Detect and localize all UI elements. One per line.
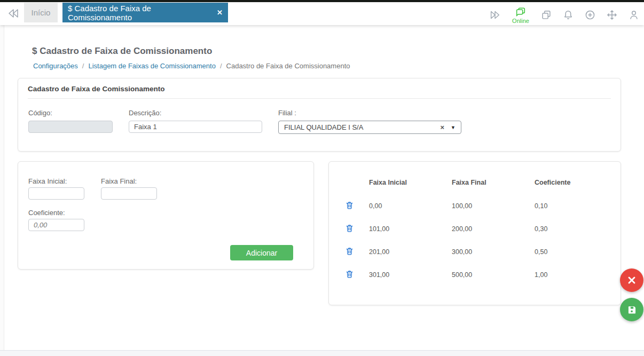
breadcrumb-configuracoes[interactable]: Configurações — [33, 62, 78, 70]
chat-status[interactable]: Online — [511, 6, 530, 24]
cell-coeficiente: 0,30 — [535, 225, 547, 233]
cell-coeficiente: 0,50 — [535, 248, 547, 256]
add-range-button[interactable]: Adicionar — [230, 245, 293, 260]
breadcrumb-separator: / — [82, 62, 84, 70]
codigo-field — [28, 121, 113, 133]
trash-icon[interactable] — [345, 246, 354, 256]
copy-icon[interactable] — [540, 9, 552, 21]
cell-faixa-final: 100,00 — [452, 202, 472, 210]
cancel-button[interactable] — [620, 268, 643, 292]
close-icon — [626, 275, 637, 286]
codigo-label: Código: — [28, 109, 52, 117]
cell-faixa-final: 300,00 — [452, 248, 472, 256]
faixa-inicial-label: Faixa Inicial: — [28, 177, 67, 185]
descricao-label: Descrição: — [129, 109, 161, 117]
tab-cadastro-label: $ Cadastro de Faixa de Comissionamento — [68, 4, 213, 22]
faixa-final-label: Faixa Final: — [101, 177, 137, 185]
double-chevron-left-icon — [7, 7, 20, 20]
cell-faixa-inicial: 201,00 — [369, 248, 389, 256]
plus-circle-icon[interactable] — [584, 9, 596, 21]
tab-inicio[interactable]: Início — [24, 3, 58, 22]
tab-inicio-label: Início — [32, 8, 51, 17]
cell-faixa-inicial: 101,00 — [369, 225, 389, 233]
tab-close-icon[interactable]: ✕ — [217, 9, 223, 17]
breadcrumb: Configurações / Listagem de Faixas de Co… — [33, 62, 350, 70]
cell-faixa-inicial: 0,00 — [369, 202, 382, 210]
chat-icon — [515, 6, 527, 18]
page-title: $ Cadastro de Faixa de Comissionamento — [32, 46, 212, 57]
form-card-title: Cadastro de Faixa de Comissionamento — [28, 85, 165, 93]
topbar: Início $ Cadastro de Faixa de Comissiona… — [0, 2, 644, 25]
trash-icon[interactable] — [345, 223, 354, 233]
save-button[interactable] — [620, 298, 643, 321]
descricao-field[interactable] — [129, 121, 262, 133]
collapse-tabs-button[interactable] — [7, 7, 20, 20]
cell-faixa-final: 200,00 — [452, 225, 472, 233]
filial-clear-icon[interactable]: × — [440, 123, 444, 131]
trash-icon[interactable] — [345, 269, 354, 279]
filial-label: Filial : — [278, 109, 296, 117]
coeficiente-label: Coeficiente: — [28, 209, 65, 217]
online-status-label: Online — [512, 18, 529, 24]
footer-bar — [0, 350, 644, 356]
topbar-icon-group: Online — [489, 6, 640, 24]
tab-cadastro-faixa[interactable]: $ Cadastro de Faixa de Comissionamento ✕ — [62, 3, 228, 22]
app-window: Início $ Cadastro de Faixa de Comissiona… — [0, 0, 644, 356]
breadcrumb-separator: / — [220, 62, 222, 70]
ranges-table-card: Faixa Inicial Faixa Final Coeficiente 0,… — [328, 161, 621, 305]
faixa-inicial-field[interactable] — [28, 187, 84, 200]
commission-form-card: Cadastro de Faixa de Comissionamento Cód… — [18, 78, 621, 152]
divider — [28, 98, 611, 99]
filial-select[interactable]: FILIAL QUALIDADE I S/A × ▼ — [278, 121, 461, 134]
move-icon[interactable] — [606, 9, 618, 21]
breadcrumb-current: Cadastro de Faixa de Comissionamento — [226, 62, 350, 70]
trash-icon[interactable] — [345, 200, 354, 210]
save-icon — [626, 304, 638, 315]
user-icon[interactable] — [628, 9, 640, 21]
cell-faixa-inicial: 301,00 — [369, 271, 389, 279]
table-header-faixa-final: Faixa Final — [452, 179, 486, 186]
cell-faixa-final: 500,00 — [452, 271, 472, 279]
chevron-down-icon[interactable]: ▼ — [451, 125, 455, 130]
filial-selected-value: FILIAL QUALIDADE I S/A — [284, 123, 440, 131]
bell-icon[interactable] — [562, 9, 574, 21]
breadcrumb-listagem[interactable]: Listagem de Faixas de Comissionamento — [88, 62, 215, 70]
left-panel-edge — [0, 25, 4, 350]
table-header-faixa-inicial: Faixa Inicial — [369, 179, 407, 186]
cell-coeficiente: 1,00 — [535, 271, 547, 279]
fast-forward-icon[interactable] — [489, 9, 501, 21]
table-header-coeficiente: Coeficiente — [535, 179, 570, 186]
coeficiente-field[interactable] — [28, 219, 84, 231]
cell-coeficiente: 0,10 — [535, 202, 547, 210]
faixa-final-field[interactable] — [101, 187, 157, 200]
range-entry-card: Faixa Inicial: Faixa Final: Coeficiente:… — [18, 161, 314, 270]
